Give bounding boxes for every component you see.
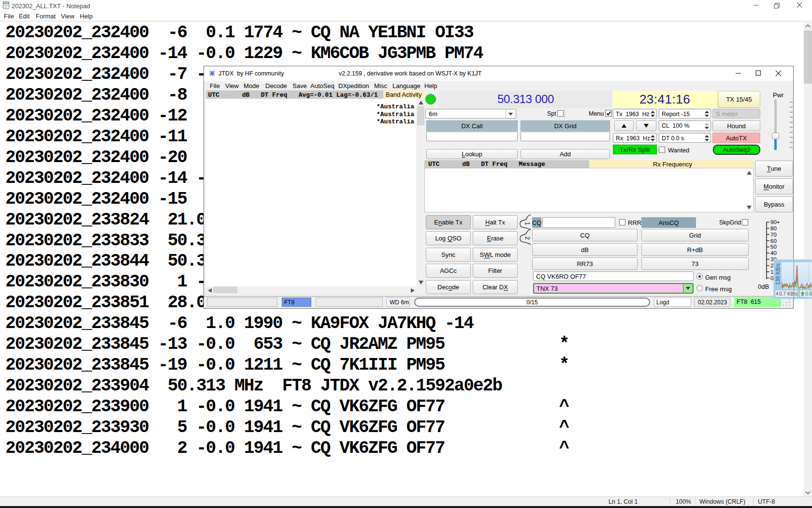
svg-text:1: 1 bbox=[524, 222, 531, 225]
svg-text:2: 2 bbox=[524, 237, 531, 240]
